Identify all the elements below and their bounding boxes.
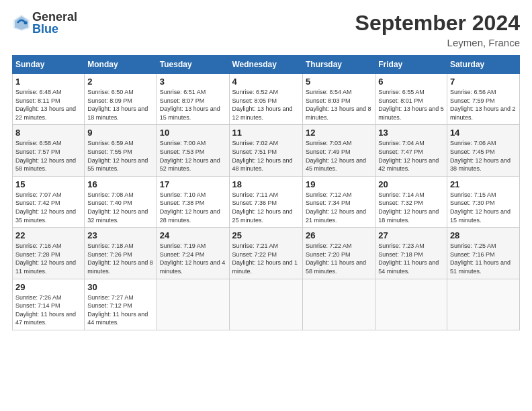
- day-info: Sunrise: 7:12 AM Sunset: 7:34 PM Dayligh…: [306, 191, 372, 224]
- logo-text: General Blue: [32, 11, 77, 35]
- day-info: Sunrise: 7:03 AM Sunset: 7:49 PM Dayligh…: [306, 139, 372, 173]
- col-tuesday: Tuesday: [157, 56, 229, 74]
- col-friday: Friday: [375, 56, 447, 74]
- calendar-cell: 30Sunrise: 7:27 AM Sunset: 7:12 PM Dayli…: [85, 279, 157, 330]
- calendar-cell: 23Sunrise: 7:18 AM Sunset: 7:26 PM Dayli…: [85, 228, 157, 279]
- calendar-cell: 1Sunrise: 6:48 AM Sunset: 8:11 PM Daylig…: [13, 74, 85, 125]
- col-thursday: Thursday: [302, 56, 375, 74]
- calendar-week-3: 15Sunrise: 7:07 AM Sunset: 7:42 PM Dayli…: [13, 176, 520, 227]
- calendar-cell: 17Sunrise: 7:10 AM Sunset: 7:38 PM Dayli…: [157, 176, 229, 227]
- day-info: Sunrise: 7:19 AM Sunset: 7:24 PM Dayligh…: [160, 242, 226, 275]
- day-info: Sunrise: 6:58 AM Sunset: 7:57 PM Dayligh…: [15, 139, 81, 173]
- day-info: Sunrise: 7:25 AM Sunset: 7:16 PM Dayligh…: [450, 242, 517, 275]
- calendar-page: General Blue September 2024 Leymen, Fran…: [0, 0, 532, 337]
- title-block: September 2024 Leymen, France: [355, 11, 520, 48]
- day-info: Sunrise: 7:11 AM Sunset: 7:36 PM Dayligh…: [232, 191, 300, 224]
- calendar-cell: 19Sunrise: 7:12 AM Sunset: 7:34 PM Dayli…: [302, 176, 375, 227]
- calendar-cell: 7Sunrise: 6:56 AM Sunset: 7:59 PM Daylig…: [447, 74, 519, 125]
- logo-blue: Blue: [32, 23, 77, 35]
- calendar-cell: 4Sunrise: 6:52 AM Sunset: 8:05 PM Daylig…: [229, 74, 302, 125]
- calendar-week-2: 8Sunrise: 6:58 AM Sunset: 7:57 PM Daylig…: [13, 125, 520, 176]
- day-number: 2: [87, 77, 153, 87]
- calendar-week-5: 29Sunrise: 7:26 AM Sunset: 7:14 PM Dayli…: [13, 279, 520, 330]
- day-number: 24: [160, 230, 226, 240]
- calendar-cell: 26Sunrise: 7:22 AM Sunset: 7:20 PM Dayli…: [302, 228, 375, 279]
- day-info: Sunrise: 6:48 AM Sunset: 8:11 PM Dayligh…: [15, 88, 81, 122]
- logo-icon: [12, 13, 31, 32]
- calendar-cell: 21Sunrise: 7:15 AM Sunset: 7:30 PM Dayli…: [447, 176, 519, 227]
- day-number: 14: [450, 128, 517, 138]
- col-sunday: Sunday: [13, 56, 85, 74]
- day-info: Sunrise: 7:22 AM Sunset: 7:20 PM Dayligh…: [306, 242, 372, 275]
- day-number: 21: [450, 179, 517, 189]
- day-number: 11: [232, 128, 300, 138]
- logo-general: General: [32, 11, 77, 23]
- calendar-cell: 2Sunrise: 6:50 AM Sunset: 8:09 PM Daylig…: [85, 74, 157, 125]
- calendar-cell: 24Sunrise: 7:19 AM Sunset: 7:24 PM Dayli…: [157, 228, 229, 279]
- day-info: Sunrise: 6:52 AM Sunset: 8:05 PM Dayligh…: [232, 88, 300, 122]
- day-number: 15: [15, 179, 81, 189]
- col-wednesday: Wednesday: [229, 56, 302, 74]
- calendar-cell: 25Sunrise: 7:21 AM Sunset: 7:22 PM Dayli…: [229, 228, 302, 279]
- calendar-cell: 3Sunrise: 6:51 AM Sunset: 8:07 PM Daylig…: [157, 74, 229, 125]
- day-number: 9: [87, 128, 153, 138]
- day-info: Sunrise: 7:07 AM Sunset: 7:42 PM Dayligh…: [15, 191, 81, 224]
- day-info: Sunrise: 6:54 AM Sunset: 8:03 PM Dayligh…: [306, 88, 372, 122]
- day-number: 29: [15, 282, 81, 292]
- day-info: Sunrise: 6:50 AM Sunset: 8:09 PM Dayligh…: [87, 88, 153, 122]
- col-saturday: Saturday: [447, 56, 519, 74]
- day-number: 6: [378, 77, 444, 87]
- day-info: Sunrise: 6:56 AM Sunset: 7:59 PM Dayligh…: [450, 88, 517, 122]
- header: General Blue September 2024 Leymen, Fran…: [12, 11, 520, 48]
- calendar-cell: 16Sunrise: 7:08 AM Sunset: 7:40 PM Dayli…: [85, 176, 157, 227]
- day-number: 30: [87, 282, 153, 292]
- day-info: Sunrise: 7:06 AM Sunset: 7:45 PM Dayligh…: [450, 139, 517, 173]
- calendar-cell: 9Sunrise: 6:59 AM Sunset: 7:55 PM Daylig…: [85, 125, 157, 176]
- calendar-cell: 10Sunrise: 7:00 AM Sunset: 7:53 PM Dayli…: [157, 125, 229, 176]
- day-info: Sunrise: 7:08 AM Sunset: 7:40 PM Dayligh…: [87, 191, 153, 224]
- day-info: Sunrise: 6:59 AM Sunset: 7:55 PM Dayligh…: [87, 139, 153, 173]
- day-number: 27: [378, 230, 444, 240]
- calendar-cell: 18Sunrise: 7:11 AM Sunset: 7:36 PM Dayli…: [229, 176, 302, 227]
- day-number: 16: [87, 179, 153, 189]
- day-number: 28: [450, 230, 517, 240]
- day-info: Sunrise: 7:15 AM Sunset: 7:30 PM Dayligh…: [450, 191, 517, 224]
- calendar-cell: 6Sunrise: 6:55 AM Sunset: 8:01 PM Daylig…: [375, 74, 447, 125]
- day-number: 5: [306, 77, 372, 87]
- day-number: 26: [306, 230, 372, 240]
- calendar-cell: [375, 279, 447, 330]
- day-info: Sunrise: 7:00 AM Sunset: 7:53 PM Dayligh…: [160, 139, 226, 173]
- calendar-cell: 8Sunrise: 6:58 AM Sunset: 7:57 PM Daylig…: [13, 125, 85, 176]
- calendar-cell: 13Sunrise: 7:04 AM Sunset: 7:47 PM Dayli…: [375, 125, 447, 176]
- calendar-cell: 5Sunrise: 6:54 AM Sunset: 8:03 PM Daylig…: [302, 74, 375, 125]
- day-number: 4: [232, 77, 300, 87]
- day-info: Sunrise: 7:04 AM Sunset: 7:47 PM Dayligh…: [378, 139, 444, 173]
- calendar-cell: 14Sunrise: 7:06 AM Sunset: 7:45 PM Dayli…: [447, 125, 519, 176]
- day-number: 23: [87, 230, 153, 240]
- day-number: 17: [160, 179, 226, 189]
- calendar-cell: 20Sunrise: 7:14 AM Sunset: 7:32 PM Dayli…: [375, 176, 447, 227]
- day-info: Sunrise: 7:14 AM Sunset: 7:32 PM Dayligh…: [378, 191, 444, 224]
- calendar-week-1: 1Sunrise: 6:48 AM Sunset: 8:11 PM Daylig…: [13, 74, 520, 125]
- day-number: 7: [450, 77, 517, 87]
- day-number: 22: [15, 230, 81, 240]
- calendar-cell: 22Sunrise: 7:16 AM Sunset: 7:28 PM Dayli…: [13, 228, 85, 279]
- calendar-cell: 11Sunrise: 7:02 AM Sunset: 7:51 PM Dayli…: [229, 125, 302, 176]
- calendar-week-4: 22Sunrise: 7:16 AM Sunset: 7:28 PM Dayli…: [13, 228, 520, 279]
- calendar-cell: [447, 279, 519, 330]
- calendar-cell: 28Sunrise: 7:25 AM Sunset: 7:16 PM Dayli…: [447, 228, 519, 279]
- calendar-cell: 15Sunrise: 7:07 AM Sunset: 7:42 PM Dayli…: [13, 176, 85, 227]
- day-info: Sunrise: 7:23 AM Sunset: 7:18 PM Dayligh…: [378, 242, 444, 275]
- day-number: 25: [232, 230, 300, 240]
- day-info: Sunrise: 7:21 AM Sunset: 7:22 PM Dayligh…: [232, 242, 300, 275]
- logo: General Blue: [12, 11, 77, 35]
- calendar-cell: 12Sunrise: 7:03 AM Sunset: 7:49 PM Dayli…: [302, 125, 375, 176]
- day-number: 19: [306, 179, 372, 189]
- day-number: 12: [306, 128, 372, 138]
- day-number: 3: [160, 77, 226, 87]
- calendar-cell: [229, 279, 302, 330]
- calendar-cell: [157, 279, 229, 330]
- day-info: Sunrise: 6:55 AM Sunset: 8:01 PM Dayligh…: [378, 88, 444, 122]
- svg-point-2: [24, 21, 28, 25]
- calendar-table: Sunday Monday Tuesday Wednesday Thursday…: [12, 55, 520, 330]
